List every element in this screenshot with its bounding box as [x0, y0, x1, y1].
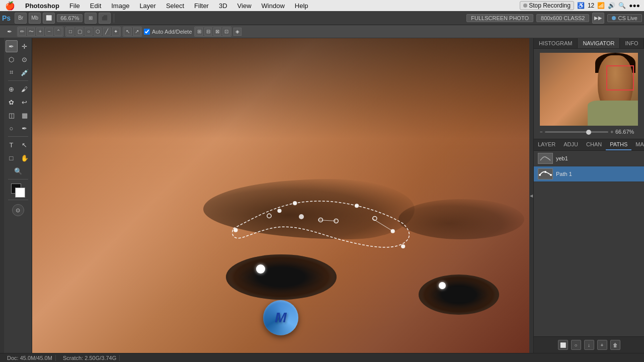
move-tool-button[interactable]: ✛ — [19, 40, 31, 52]
panel-collapse-right[interactable]: ◀ — [529, 38, 533, 353]
mini-bridge-button[interactable]: Mb — [29, 13, 41, 24]
canvas-area[interactable]: M — [32, 38, 529, 353]
pen-group-button[interactable]: ✒ — [19, 122, 31, 134]
menu-3d[interactable]: 3D — [214, 0, 232, 11]
stroke-path-button[interactable]: ○ — [571, 340, 581, 350]
pen-add-icon[interactable]: + — [36, 28, 44, 36]
cs-live-label: CS Live — [618, 15, 637, 21]
eye-left-shape — [226, 254, 337, 300]
quick-mask-button[interactable]: ⊙ — [12, 204, 24, 216]
path-select-icon[interactable]: ↖ — [124, 28, 132, 36]
fill-path-button[interactable]: ⬜ — [558, 340, 568, 350]
zoom-in-button[interactable]: + — [610, 129, 613, 135]
menu-layer[interactable]: Layer — [134, 0, 161, 11]
frame-toggle[interactable]: ⬜ — [43, 13, 55, 24]
path-item-yeb1[interactable]: yeb1 — [534, 151, 644, 166]
pen-tool-button[interactable]: ✒ — [6, 40, 18, 52]
path-op1[interactable]: ⊞ — [195, 28, 203, 36]
menu-select[interactable]: Select — [161, 0, 189, 11]
path-op3[interactable]: ⊠ — [213, 28, 221, 36]
channels-tab[interactable]: CHAN — [582, 139, 606, 150]
layer-tab[interactable]: LAYER — [534, 139, 559, 150]
adjustments-tab[interactable]: ADJU — [559, 139, 582, 150]
pen-freeform-icon[interactable]: 〜 — [27, 28, 35, 36]
cursor-position — [299, 214, 304, 219]
path-item-path1[interactable]: Path 1 — [534, 166, 644, 182]
apple-menu[interactable]: 🍎 — [0, 1, 20, 11]
rect-shape-icon[interactable]: □ — [66, 28, 74, 36]
pen-convert-icon[interactable]: ⌃ — [54, 28, 62, 36]
eraser-button[interactable]: ◫ — [6, 109, 18, 121]
info-tab[interactable]: INFO — [620, 38, 643, 48]
eye-right-highlight — [439, 282, 446, 289]
eyedropper-button[interactable]: 💉 — [19, 66, 31, 78]
nav-viewport-box[interactable] — [606, 65, 634, 90]
line-icon[interactable]: ╱ — [103, 28, 111, 36]
shape-tool-button[interactable]: □ — [6, 152, 18, 164]
bridge-button[interactable]: Br — [15, 13, 27, 24]
panel-collapse-left[interactable] — [0, 38, 4, 353]
brush-tool-button[interactable]: 🖌 — [19, 83, 31, 95]
zoom-level[interactable]: 66.67% — [57, 14, 83, 22]
auto-add-delete-checkbox[interactable] — [144, 29, 150, 35]
menu-view[interactable]: View — [232, 0, 257, 11]
path-select-button[interactable]: ↖ — [19, 139, 31, 151]
crop-tool-button[interactable]: ⌗ — [6, 66, 18, 78]
path-op2[interactable]: ⊟ — [204, 28, 212, 36]
ellipse-icon[interactable]: ○ — [85, 28, 93, 36]
histogram-tab[interactable]: HISTOGRAM — [534, 38, 578, 48]
toolbar-divider3 — [8, 179, 28, 179]
quick-select-button[interactable]: ⊙ — [19, 53, 31, 65]
menu-help[interactable]: Help — [290, 0, 313, 11]
status-bar: Doc: 45.0M/45.0M Scratch: 2.50G/3.74G — [0, 353, 644, 362]
stop-recording-button[interactable]: Stop Recording — [520, 1, 574, 10]
pen-tool-active[interactable]: ✒ — [4, 26, 15, 37]
screen-mode-button[interactable]: ⬛ — [99, 13, 111, 24]
menu-image[interactable]: Image — [106, 0, 134, 11]
path-thumb-yeb1 — [538, 153, 553, 164]
history-brush-button[interactable]: ↩ — [19, 96, 31, 108]
nav-shirt — [588, 101, 638, 126]
paths-tab[interactable]: PATHS — [606, 139, 631, 150]
load-path-button[interactable]: ↓ — [584, 340, 594, 350]
polygon-icon[interactable]: ⬡ — [94, 28, 102, 36]
clone-stamp-button[interactable]: ✿ — [6, 96, 18, 108]
direct-select-icon[interactable]: ↗ — [133, 28, 141, 36]
round-rect-icon[interactable]: ▢ — [75, 28, 84, 36]
extra-icon1[interactable]: ◈ — [233, 28, 242, 36]
extra-options-group: ⊞ ⊟ ⊠ ⊡ — [194, 27, 231, 37]
menu-window[interactable]: Window — [257, 0, 290, 11]
gradient-button[interactable]: ▦ — [19, 109, 31, 121]
dodge-button[interactable]: ○ — [6, 122, 18, 134]
text-tool-button[interactable]: T — [6, 139, 18, 151]
delete-path-button[interactable]: 🗑 — [610, 340, 620, 350]
workspace-arrow[interactable]: ▶▶ — [592, 13, 604, 24]
custom-shape-icon[interactable]: ✦ — [112, 28, 120, 36]
zoom-out-button[interactable]: − — [540, 129, 543, 135]
menu-filter[interactable]: Filter — [189, 0, 214, 11]
search-icon[interactable]: 🔍 — [618, 2, 626, 9]
navigator-tab[interactable]: NAVIGATOR — [578, 38, 620, 48]
zoom-tool-button[interactable]: 🔍 — [12, 165, 24, 177]
eye-right — [419, 275, 499, 315]
new-path-button[interactable]: + — [597, 340, 607, 350]
zoom-slider[interactable] — [545, 131, 608, 133]
lasso-tool-button[interactable]: ⬡ — [6, 53, 18, 65]
svg-point-13 — [544, 171, 546, 173]
arrange-button[interactable]: ⊞ — [85, 13, 97, 24]
hand-tool-button[interactable]: ✋ — [19, 152, 31, 164]
tool-options-bar: ✒ ✏ 〜 + − ⌃ □ ▢ ○ ⬡ ╱ ✦ ↖ ↗ Auto Add/Del… — [0, 25, 644, 38]
pen-remove-icon[interactable]: − — [45, 28, 53, 36]
pen-path-icon[interactable]: ✏ — [18, 28, 26, 36]
spot-heal-button[interactable]: ⊕ — [6, 83, 18, 95]
cs-live-button[interactable]: CS Live — [607, 14, 642, 22]
navigator-preview: − + 66.67% — [534, 49, 644, 139]
menu-edit[interactable]: Edit — [85, 0, 106, 11]
menu-file[interactable]: File — [64, 0, 85, 11]
app-name[interactable]: Photoshop — [20, 0, 64, 11]
background-color[interactable] — [15, 188, 25, 198]
resolution-display: 800x600 CLASS2 — [536, 14, 589, 22]
mask-tab[interactable]: MASK — [631, 139, 644, 150]
path-op4[interactable]: ⊡ — [222, 28, 230, 36]
preset-name: FULLSCREEN PHOTO — [466, 14, 533, 22]
